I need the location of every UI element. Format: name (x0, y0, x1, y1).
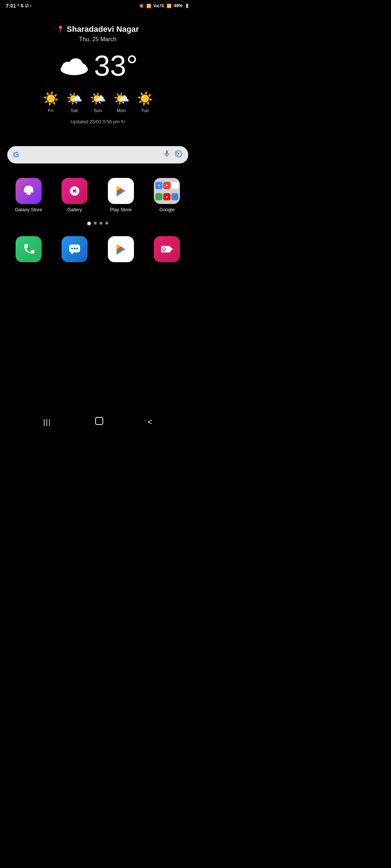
messages-icon (62, 236, 88, 262)
galaxy-store-icon (16, 178, 42, 204)
app-google-folder[interactable]: G ▶ ✉ 📍 ▶ 📹 Google (146, 178, 189, 212)
search-bar-container[interactable]: G (0, 135, 196, 171)
google-folder-icon: G ▶ ✉ 📍 ▶ 📹 (154, 178, 180, 204)
transfer-icon: ⇅ (20, 4, 24, 8)
svg-rect-6 (26, 192, 31, 194)
svg-point-12 (76, 191, 78, 193)
dock-phone[interactable] (7, 236, 50, 262)
svg-point-14 (71, 191, 73, 193)
svg-point-22 (74, 248, 76, 250)
forecast-sun: 🌤️ Sun (90, 91, 106, 113)
location-row: 📍 Sharadadevi Nagar (7, 25, 188, 34)
forecast-tue: ☀️ Tue (137, 91, 153, 113)
folder-app-3: ✉ (171, 182, 178, 189)
status-time: 7:01 (6, 3, 16, 9)
task-icon: ☑ (25, 4, 29, 8)
page-dot-1[interactable]: ⌂ (87, 222, 91, 225)
status-left: 7:01 ⁰ ⇅ ☑ • (6, 3, 31, 9)
play-store-icon (108, 178, 134, 204)
svg-marker-27 (121, 247, 125, 252)
location-name: Sharadadevi Nagar (67, 25, 139, 34)
forecast-mon-label: Mon (117, 108, 126, 113)
temp-row: 33° (7, 51, 188, 80)
dot-icon: • (30, 4, 31, 8)
gallery-icon (62, 178, 88, 204)
forecast-sat-label: Sat (71, 108, 78, 113)
page-dots: ⌂ (0, 222, 196, 225)
forecast-sun-icon: 🌤️ (90, 91, 106, 106)
wifi-icon: 📶 (146, 4, 151, 8)
phone-icon (16, 236, 42, 262)
app-gallery[interactable]: Gallery (54, 178, 96, 212)
svg-point-21 (71, 248, 73, 250)
nav-recents[interactable]: ||| (43, 418, 51, 426)
svg-marker-19 (121, 188, 125, 194)
forecast-sat-icon: 🌤️ (66, 91, 83, 106)
folder-app-1: G (155, 182, 163, 189)
folder-app-6: 📹 (171, 193, 178, 200)
signal-icon: 📶 (167, 4, 172, 8)
dock-play-store[interactable] (100, 236, 142, 262)
forecast-mon: 🌤️ Mon (113, 91, 130, 113)
nav-bar: ||| < (0, 410, 196, 434)
temperature: 33° (94, 51, 138, 80)
svg-point-3 (77, 63, 87, 72)
svg-rect-32 (96, 417, 103, 425)
screen-recorder-icon (154, 236, 180, 262)
dock-messages[interactable] (54, 236, 96, 262)
app-play-store[interactable]: Play Store (100, 178, 142, 212)
folder-app-4: 📍 (155, 193, 163, 200)
weather-widget: 📍 Sharadadevi Nagar Thu, 25 March 33° ☀️… (0, 10, 196, 135)
dock-screen-recorder[interactable] (146, 236, 189, 262)
location-pin-icon: 📍 (56, 25, 64, 33)
svg-rect-7 (27, 194, 30, 195)
status-right: 🔇 📶 VoLTE 📶 49% 🔋 (139, 3, 190, 8)
forecast-fri: ☀️ Fri (43, 91, 59, 113)
google-folder-label: Google (159, 207, 175, 212)
svg-point-10 (73, 187, 76, 190)
forecast-sun-label: Sun (93, 108, 102, 113)
svg-point-15 (71, 189, 73, 191)
galaxy-store-label: Galaxy Store (15, 207, 42, 212)
gallery-label: Gallery (67, 207, 82, 212)
lte-icon: VoLTE (154, 4, 164, 8)
svg-point-31 (163, 248, 165, 250)
updated-text: Updated 25/03 5:56 pm ↻ (7, 119, 188, 124)
folder-app-2: ▶ (163, 182, 171, 189)
forecast-row: ☀️ Fri 🌤️ Sat 🌤️ Sun 🌤️ Mon ☀️ Tue (7, 91, 188, 113)
svg-point-13 (73, 192, 76, 195)
forecast-fri-label: Fri (48, 108, 53, 113)
page-dot-4[interactable] (105, 222, 108, 225)
network-icon: ⁰ (17, 4, 19, 8)
dock (0, 233, 196, 266)
page-dot-3[interactable] (100, 222, 102, 225)
forecast-fri-icon: ☀️ (43, 91, 59, 106)
forecast-sat: 🌤️ Sat (66, 91, 83, 113)
forecast-tue-label: Tue (141, 108, 149, 113)
status-bar: 7:01 ⁰ ⇅ ☑ • 🔇 📶 VoLTE 📶 49% 🔋 (0, 0, 196, 10)
nav-back[interactable]: < (148, 417, 152, 427)
page-dot-2[interactable] (94, 222, 97, 225)
weather-date: Thu, 25 March (7, 36, 188, 43)
search-bar[interactable]: G (7, 146, 188, 163)
app-grid: Galaxy Store Gallery (0, 171, 196, 216)
folder-app-5: ▶ (163, 193, 171, 200)
forecast-tue-icon: ☀️ (137, 91, 153, 106)
play-store-dock-icon (108, 236, 134, 262)
mute-icon: 🔇 (139, 4, 144, 8)
svg-marker-29 (171, 247, 173, 251)
app-galaxy-store[interactable]: Galaxy Store (7, 178, 50, 212)
google-logo: G (13, 150, 19, 159)
play-store-label: Play Store (110, 207, 132, 212)
svg-point-5 (178, 153, 180, 155)
mic-icon[interactable] (163, 150, 171, 160)
battery-percent: 49% (174, 3, 182, 8)
battery-icon: 🔋 (185, 4, 190, 8)
svg-point-23 (76, 248, 78, 250)
google-lens-icon[interactable] (175, 150, 182, 160)
cloud-icon (58, 56, 91, 76)
nav-home[interactable] (94, 416, 104, 428)
forecast-mon-icon: 🌤️ (113, 91, 130, 106)
svg-point-11 (76, 189, 78, 191)
